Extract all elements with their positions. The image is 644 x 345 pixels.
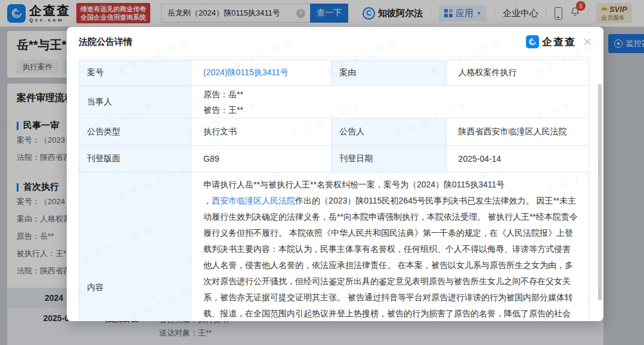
field-label-announcer: 公告人 [332,118,446,146]
field-label-page: 刊登版面 [79,146,191,172]
field-value-announcer: 陕西省西安市临潼区人民法院 [446,118,589,146]
modal-title: 法院公告详情 [79,36,132,48]
field-label-announcement-type: 公告类型 [79,118,191,146]
field-label-cause: 案由 [332,60,446,86]
announcement-detail-table: 案号 (2024)陕0115执3411号 案由 人格权案件执行 当事人 原告：岳… [79,60,589,321]
field-value-cause: 人格权案件执行 [446,60,589,86]
qcc-logo-small: 企查查 [526,35,576,49]
modal-header: 法院公告详情 企查查 × [67,27,603,57]
field-label-publish-date: 刊登日期 [332,146,446,172]
table-row: 刊登版面 G89 刊登日期 2025-04-14 [79,146,589,172]
announcement-content: 申请执行人岳**与被执行人王**名誉权纠纷一案，案号为（2024）陕0115执3… [191,172,589,322]
qcc-logo-icon [526,35,539,48]
close-icon[interactable]: × [583,35,592,49]
court-announcement-modal: 法院公告详情 企查查 × 案号 (2024)陕011 [67,27,603,321]
table-row: 案号 (2024)陕0115执3411号 案由 人格权案件执行 [79,60,589,86]
divider [79,57,592,57]
field-value-publish-date: 2025-04-14 [446,146,589,172]
field-value-parties: 原告：岳** 被告：王** [191,86,589,118]
field-label-content: 内容 [79,172,191,322]
field-value-page: G89 [191,146,332,172]
table-row: 公告类型 执行文书 公告人 陕西省西安市临潼区人民法院 [79,118,589,146]
field-value-announcement-type: 执行文书 [191,118,332,146]
field-label-parties: 当事人 [79,86,191,118]
modal-scrollbar[interactable] [598,84,602,300]
court-link[interactable]: 西安市临潼区人民法院 [212,196,295,205]
case-number-link[interactable]: (2024)陕0115执3411号 [203,67,289,77]
table-row: 内容 申请执行人岳**与被执行人王**名誉权纠纷一案，案号为（2024）陕011… [79,172,589,322]
screen: 企查查 Qcc.com 缔造有远见的商业传奇 全国企业信用查询系统 ✕ 查一下 … [0,0,644,345]
field-label-case-number: 案号 [79,60,191,86]
table-row: 当事人 原告：岳** 被告：王** [79,86,589,118]
